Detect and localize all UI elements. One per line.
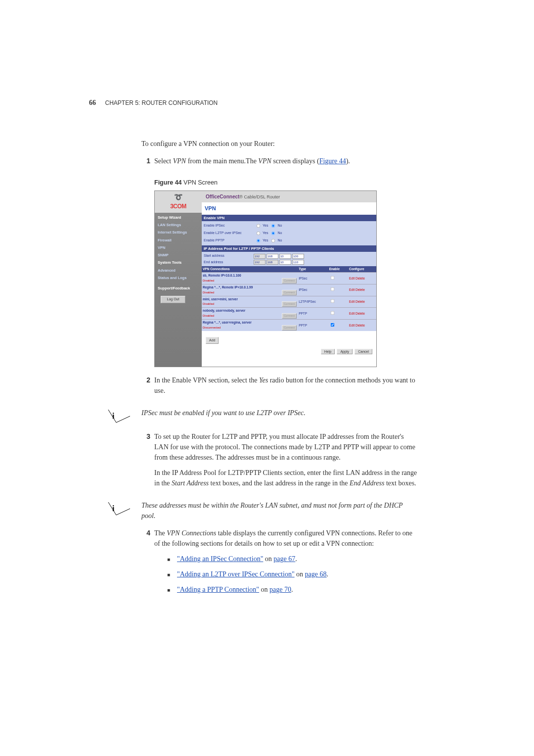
info-note-1: i IPSec must be enabled if you want to u…: [107, 408, 418, 425]
nav-system-tools[interactable]: System Tools: [158, 259, 199, 266]
edit-link[interactable]: Edit: [349, 324, 355, 327]
svg-text:i: i: [112, 504, 115, 513]
nav-internet-settings[interactable]: Internet Settings: [158, 229, 199, 236]
delete-link[interactable]: Delete: [356, 288, 365, 291]
product-title: OfficeConnect® Cable/DSL Router: [202, 191, 376, 203]
vpn-screenshot: ➰ 3COM Setup Wizard LAN Settings Interne…: [154, 190, 377, 368]
intro-text: To configure a VPN connection on your Ro…: [141, 139, 418, 149]
step1-text: Select VPN from the main menu.The VPN sc…: [154, 156, 418, 166]
running-header: 66 CHAPTER 5: ROUTER CONFIGURATION: [89, 99, 218, 107]
edit-link[interactable]: Edit: [349, 300, 355, 303]
bullet-1: ■ "Adding an IPSec Connection" on page 6…: [167, 554, 418, 564]
step-number: 3: [141, 431, 150, 493]
ip-pool-form: Start address 192 168 10 100 End address…: [202, 252, 376, 266]
svg-text:i: i: [112, 412, 115, 420]
nav-support[interactable]: Support/Feedback: [158, 284, 199, 292]
l2tp-yes-radio[interactable]: [257, 232, 260, 235]
figure-link[interactable]: Figure 44: [319, 157, 346, 165]
table-row: Regina *…*, Remote IP=10.0.1.99Disabled …: [202, 284, 376, 296]
info-note-2: i These addresses must be within the Rou…: [107, 500, 418, 521]
th-conns: VPN Connections: [202, 266, 298, 272]
logo: ➰ 3COM: [155, 191, 202, 213]
nav-setup-wizard[interactable]: Setup Wizard: [158, 214, 199, 221]
table-row: sb, Remote IP=10.0.1.100Disabled Connect…: [202, 273, 376, 284]
vpn-connections-table: VPN Connections Type Enable Configure sb…: [202, 266, 376, 331]
page-link[interactable]: page 70: [269, 586, 291, 593]
step-number: 2: [141, 375, 150, 401]
enable-ipsec-label: Enable IPSec: [204, 223, 253, 229]
edit-link[interactable]: Edit: [349, 312, 355, 315]
connect-button[interactable]: Connect: [282, 301, 297, 307]
figure-caption: Figure 44 VPN Screen: [154, 178, 418, 188]
end-oct1[interactable]: 192: [254, 260, 266, 265]
enable-checkbox[interactable]: [331, 311, 334, 315]
start-oct1[interactable]: 192: [254, 254, 266, 259]
chapter-title: CHAPTER 5: ROUTER CONFIGURATION: [105, 99, 218, 106]
th-configure: Configure: [348, 266, 376, 272]
bullet-icon: ■: [167, 586, 174, 595]
enable-pptp-label: Enable PPTP: [204, 238, 253, 243]
enable-vpn-form: Enable IPSec Yes No Enable L2TP over IPS…: [202, 221, 376, 245]
nav-firewall[interactable]: Firewall: [158, 236, 199, 244]
info-icon: i: [107, 408, 132, 425]
start-oct4[interactable]: 100: [292, 254, 304, 259]
enable-vpn-header: Enable VPN: [202, 215, 376, 221]
connect-button[interactable]: Connect: [282, 290, 297, 295]
step-number: 4: [141, 528, 150, 600]
ipsec-yes-radio[interactable]: [257, 224, 260, 228]
main-panel: OfficeConnect® Cable/DSL Router VPN Enab…: [202, 191, 376, 367]
nav-status-logs[interactable]: Status and Logs: [158, 274, 199, 282]
enable-checkbox[interactable]: [331, 287, 334, 291]
edit-link[interactable]: Edit: [349, 288, 355, 291]
logout-button[interactable]: Log Out: [161, 296, 185, 303]
nav-snmp[interactable]: SNMP: [158, 251, 199, 259]
page-link[interactable]: page 68: [305, 570, 327, 578]
step-1: 1 Select VPN from the main menu.The VPN …: [141, 156, 418, 171]
end-oct2[interactable]: 168: [267, 260, 278, 265]
th-enable: Enable: [328, 266, 348, 272]
enable-checkbox[interactable]: [331, 299, 334, 303]
page-number: 66: [89, 99, 96, 106]
end-oct4[interactable]: 110: [292, 260, 304, 265]
delete-link[interactable]: Delete: [356, 312, 365, 315]
step-number: 1: [141, 156, 150, 171]
end-oct3[interactable]: 10: [279, 260, 291, 265]
l2tp-link[interactable]: "Adding an L2TP over IPSec Connection": [177, 570, 295, 578]
sidebar: ➰ 3COM Setup Wizard LAN Settings Interne…: [155, 191, 202, 367]
page-link[interactable]: page 67: [273, 555, 295, 563]
pptp-no-radio[interactable]: [271, 239, 275, 242]
start-oct3[interactable]: 10: [279, 254, 291, 259]
delete-link[interactable]: Delete: [356, 324, 365, 327]
th-type: Type: [298, 266, 328, 272]
connect-button[interactable]: Connect: [282, 325, 297, 331]
step4-text: The VPN Connections table displays the c…: [154, 528, 418, 549]
ipsec-no-radio[interactable]: [271, 224, 275, 228]
delete-link[interactable]: Delete: [356, 300, 365, 303]
add-button[interactable]: Add: [206, 337, 219, 344]
info-icon: i: [107, 500, 132, 517]
apply-button[interactable]: Apply: [337, 349, 353, 354]
start-oct2[interactable]: 168: [267, 254, 278, 259]
nav-advanced[interactable]: Advanced: [158, 267, 199, 274]
table-row: Regina *…*, user=regina, serverDisconnec…: [202, 320, 376, 331]
help-button[interactable]: Help: [321, 349, 335, 354]
delete-link[interactable]: Delete: [356, 277, 365, 280]
connect-button[interactable]: Connect: [282, 313, 297, 319]
l2tp-no-radio[interactable]: [271, 232, 275, 235]
page-heading: VPN: [202, 202, 376, 215]
bullet-2: ■ "Adding an L2TP over IPSec Connection"…: [167, 569, 418, 579]
bullet-icon: ■: [167, 571, 174, 579]
end-address-label: End address: [204, 260, 253, 265]
start-address-label: Start address: [204, 253, 253, 259]
enable-l2tp-label: Enable L2TP over IPSec: [204, 231, 253, 236]
nav-vpn[interactable]: VPN: [158, 244, 199, 251]
nav-lan-settings[interactable]: LAN Settings: [158, 221, 199, 229]
enable-checkbox[interactable]: [331, 276, 334, 279]
cancel-button[interactable]: Cancel: [355, 349, 372, 354]
ipsec-link[interactable]: "Adding an IPSec Connection": [177, 555, 263, 563]
enable-checkbox[interactable]: [331, 323, 334, 326]
pptp-yes-radio[interactable]: [257, 239, 260, 242]
connect-button[interactable]: Connect: [282, 278, 297, 284]
pptp-link[interactable]: "Adding a PPTP Connection": [177, 586, 259, 593]
edit-link[interactable]: Edit: [349, 277, 355, 280]
